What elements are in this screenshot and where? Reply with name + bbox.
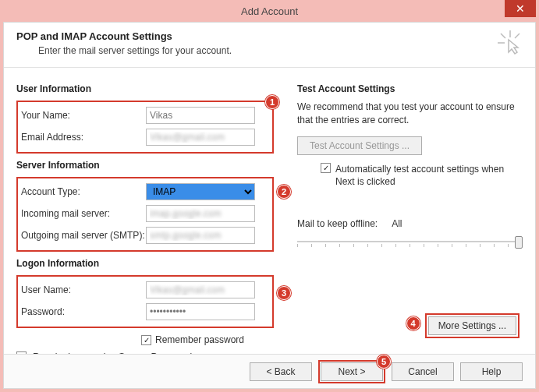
test-settings-button[interactable]: Test Account Settings ... bbox=[297, 136, 422, 155]
mail-keep-value: All bbox=[392, 218, 402, 229]
badge-1: 1 bbox=[265, 95, 279, 109]
outgoing-input[interactable] bbox=[146, 227, 255, 244]
next-highlight: 5 Next > bbox=[318, 360, 385, 383]
account-type-select[interactable]: IMAP bbox=[146, 183, 255, 200]
slider-thumb[interactable] bbox=[515, 236, 523, 249]
client-area: POP and IMAP Account Settings Enter the … bbox=[3, 22, 536, 389]
server-info-title: Server Information bbox=[16, 160, 274, 171]
incoming-input[interactable] bbox=[146, 205, 255, 222]
back-button[interactable]: < Back bbox=[250, 362, 312, 381]
user-info-title: User Information bbox=[16, 83, 274, 94]
more-settings-button[interactable]: More Settings ... bbox=[428, 316, 516, 335]
auto-test-label: Automatically test account settings when… bbox=[335, 163, 507, 189]
titlebar: Add Account ✕ bbox=[0, 0, 539, 22]
more-settings-highlight: More Settings ... bbox=[425, 313, 519, 338]
badge-2: 2 bbox=[277, 185, 291, 199]
incoming-label: Incoming mail server: bbox=[21, 208, 146, 219]
window-title: Add Account bbox=[241, 5, 298, 17]
email-input[interactable] bbox=[146, 129, 255, 146]
header-subtitle: Enter the mail server settings for your … bbox=[38, 45, 232, 56]
close-icon: ✕ bbox=[516, 2, 525, 15]
test-description: We recommend that you test your account … bbox=[297, 101, 523, 127]
test-title: Test Account Settings bbox=[297, 83, 523, 94]
add-account-window: Add Account ✕ POP and IMAP Account Setti… bbox=[0, 0, 539, 392]
logon-highlight: 3 User Name: Password: bbox=[16, 275, 274, 328]
remember-label: Remember password bbox=[155, 334, 244, 345]
wizard-footer: < Back 5 Next > Cancel Help bbox=[4, 354, 535, 388]
user-info-highlight: 1 Your Name: Email Address: bbox=[16, 101, 274, 154]
badge-5: 5 bbox=[377, 355, 391, 369]
left-column: User Information 1 Your Name: Email Addr… bbox=[16, 77, 274, 373]
mail-keep-slider[interactable] bbox=[297, 234, 523, 249]
remember-checkbox[interactable]: ✓ bbox=[141, 335, 151, 345]
close-button[interactable]: ✕ bbox=[505, 0, 536, 17]
account-type-label: Account Type: bbox=[21, 186, 146, 197]
badge-4: 4 bbox=[406, 316, 420, 330]
email-label: Email Address: bbox=[21, 132, 146, 143]
page-header: POP and IMAP Account Settings Enter the … bbox=[4, 23, 535, 68]
outgoing-label: Outgoing mail server (SMTP): bbox=[21, 230, 146, 241]
logon-title: Logon Information bbox=[16, 258, 274, 269]
cursor-icon bbox=[498, 30, 523, 55]
cancel-button[interactable]: Cancel bbox=[392, 362, 454, 381]
auto-test-checkbox[interactable]: ✓ bbox=[321, 163, 331, 173]
badge-3: 3 bbox=[277, 286, 291, 300]
help-button[interactable]: Help bbox=[460, 362, 523, 381]
server-info-highlight: 2 Account Type: IMAP Incoming mail serve… bbox=[16, 177, 274, 252]
header-title: POP and IMAP Account Settings bbox=[16, 30, 232, 42]
username-label: User Name: bbox=[21, 284, 146, 295]
password-input[interactable] bbox=[146, 303, 255, 320]
your-name-input[interactable] bbox=[146, 107, 255, 124]
next-button[interactable]: Next > bbox=[321, 362, 383, 381]
svg-line-2 bbox=[501, 34, 505, 38]
svg-line-3 bbox=[515, 34, 519, 38]
password-label: Password: bbox=[21, 306, 146, 317]
your-name-label: Your Name: bbox=[21, 110, 146, 121]
mail-keep-label: Mail to keep offline: bbox=[297, 218, 378, 229]
username-input[interactable] bbox=[146, 281, 255, 298]
